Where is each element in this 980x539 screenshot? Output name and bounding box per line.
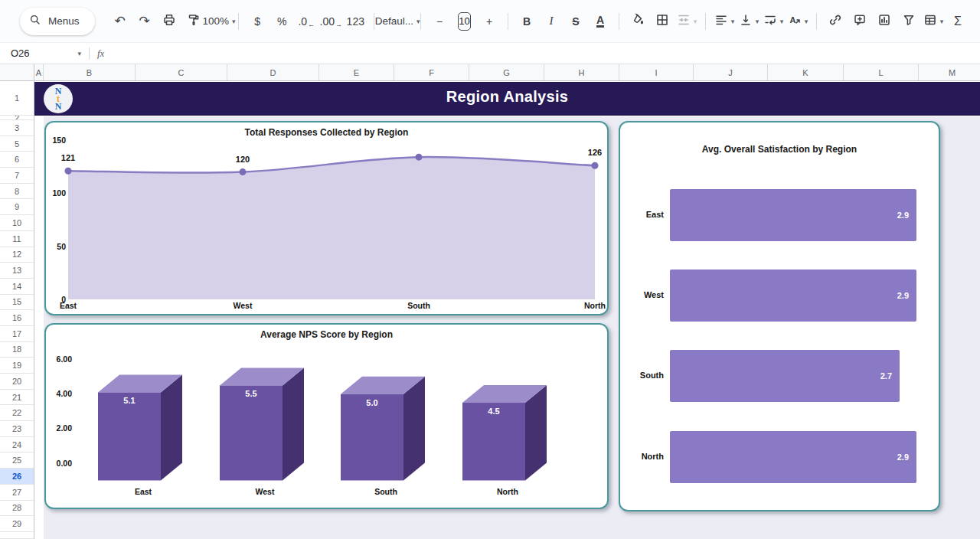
plus-icon: + — [486, 15, 492, 28]
column-header-B[interactable]: B — [44, 64, 136, 80]
y-tick-label: 150 — [52, 136, 66, 145]
row-header-5[interactable]: 5 — [0, 136, 34, 152]
column-header-G[interactable]: G — [469, 64, 544, 80]
row-header-9[interactable]: 9 — [0, 199, 34, 215]
increase-font-size-button[interactable]: + — [478, 10, 501, 33]
row-header-19[interactable]: 19 — [0, 358, 34, 374]
column-header-F[interactable]: F — [394, 64, 469, 80]
bar-south: 5.0 — [341, 377, 425, 481]
bar-south: 2.7 — [670, 350, 900, 402]
borders-button[interactable] — [651, 10, 674, 33]
column-header-K[interactable]: K — [768, 64, 844, 80]
column-header-M[interactable]: M — [919, 64, 980, 80]
column-header-H[interactable]: H — [544, 64, 619, 80]
column-header-E[interactable]: E — [319, 64, 394, 80]
insert-link-button[interactable] — [824, 10, 847, 33]
row-header-20[interactable]: 20 — [0, 374, 34, 390]
column-header-I[interactable]: I — [619, 64, 694, 80]
row-header-11[interactable]: 11 — [0, 231, 34, 247]
text-color-button[interactable]: A — [589, 10, 612, 33]
row-header-16[interactable]: 16 — [0, 310, 34, 326]
row-header-8[interactable]: 8 — [0, 184, 34, 200]
chevron-down-icon: ▾ — [780, 18, 784, 25]
category-label-west: West — [620, 290, 664, 299]
divider — [816, 13, 817, 30]
bar-west: 5.5 — [220, 368, 304, 480]
column-header-L[interactable]: L — [844, 64, 919, 80]
text-wrap-button[interactable]: ▾ — [762, 10, 785, 33]
row-header-6[interactable]: 6 — [0, 152, 34, 168]
row-header-26[interactable]: 26 — [0, 469, 34, 485]
create-filter-button[interactable] — [897, 10, 920, 33]
row-header-10[interactable]: 10 — [0, 215, 34, 231]
chart-avg-satisfaction[interactable]: Avg. Overall Satisfaction by Region East… — [619, 121, 940, 511]
horizontal-align-button[interactable]: ▾ — [713, 10, 736, 33]
row-header-23[interactable]: 23 — [0, 421, 34, 437]
number-format-button[interactable]: 123 — [344, 10, 367, 33]
redo-button[interactable]: ↷ — [133, 10, 156, 33]
font-size-button[interactable]: 10 — [452, 10, 476, 33]
decrease-decimal-button[interactable]: .0← — [295, 10, 318, 33]
row-header-12[interactable]: 12 — [0, 247, 34, 263]
spreadsheet-app: Menus↶↷100%▾$%.0←.00→123Defaul...▾−10+BI… — [0, 0, 980, 539]
format-percent-button[interactable]: % — [270, 10, 293, 33]
bar-east: 5.1 — [98, 374, 182, 480]
row-header-14[interactable]: 14 — [0, 279, 34, 295]
table-views-button[interactable]: ▾ — [922, 10, 945, 33]
row-header-21[interactable]: 21 — [0, 390, 34, 406]
chevron-down-icon[interactable]: ▾ — [77, 50, 81, 57]
increase-decimal-button[interactable]: .00→ — [319, 10, 342, 33]
row-header-1[interactable]: 1 — [0, 81, 34, 116]
column-header-A[interactable]: A — [34, 64, 44, 80]
percent-icon: % — [277, 15, 286, 28]
bold-button[interactable]: B — [515, 10, 538, 33]
row-header-28[interactable]: 28 — [0, 501, 34, 517]
row-header-27[interactable]: 27 — [0, 485, 34, 501]
print-icon — [162, 13, 176, 29]
row-header-7[interactable]: 7 — [0, 168, 34, 184]
row-header-3[interactable]: 3 — [0, 120, 34, 136]
row-header-18[interactable]: 18 — [0, 342, 34, 358]
column-header-D[interactable]: D — [227, 64, 319, 80]
print-button[interactable] — [158, 10, 181, 33]
name-box[interactable]: O26 ▾ — [11, 47, 81, 59]
fill-color-button[interactable] — [626, 10, 649, 33]
divider — [420, 13, 421, 30]
format-currency-button[interactable]: $ — [246, 10, 269, 33]
row-header-partial[interactable] — [0, 532, 34, 539]
x-axis-label-north: North — [497, 487, 518, 496]
y-tick-label: 2.00 — [57, 423, 73, 433]
font-size-input[interactable]: 10 — [458, 12, 470, 31]
row-header-22[interactable]: 22 — [0, 405, 34, 421]
chart-total-responses[interactable]: Total Responses Collected by Region 0501… — [44, 121, 609, 315]
italic-button[interactable]: I — [540, 10, 563, 33]
row-header-25[interactable]: 25 — [0, 452, 34, 469]
vertical-align-button[interactable]: ▾ — [737, 10, 760, 33]
menus-button[interactable]: Menus — [20, 8, 95, 35]
row-header-29[interactable]: 29 — [0, 516, 34, 532]
paint-format-button[interactable] — [182, 10, 205, 33]
sheet-canvas[interactable]: NtN Region Analysis Total Responses Coll… — [34, 81, 980, 539]
column-header-J[interactable]: J — [694, 64, 768, 80]
data-label: 5.0 — [366, 398, 377, 407]
undo-button[interactable]: ↶ — [109, 10, 132, 33]
row-header-13[interactable]: 13 — [0, 263, 34, 279]
select-all-corner[interactable] — [0, 64, 34, 81]
decrease-font-size-button[interactable]: − — [428, 10, 451, 33]
text-rotation-button[interactable]: A▾ — [786, 10, 809, 33]
insert-comment-button[interactable] — [848, 10, 871, 33]
zoom-select[interactable]: 100%▾ — [207, 10, 232, 33]
sheet-grid: ABCDEFGHIJKLM 12356789101112131415161718… — [0, 64, 980, 539]
chart-avg-nps[interactable]: Average NPS Score by Region 0.002.004.00… — [44, 323, 609, 509]
row-header-24[interactable]: 24 — [0, 437, 34, 453]
font-select[interactable]: Defaul...▾ — [381, 10, 413, 33]
data-point-south — [416, 154, 423, 161]
column-header-C[interactable]: C — [136, 64, 227, 80]
divider — [508, 13, 508, 30]
functions-button[interactable]: Σ — [946, 10, 969, 33]
row-header-17[interactable]: 17 — [0, 326, 34, 342]
row-header-15[interactable]: 15 — [0, 295, 34, 311]
column-headers: ABCDEFGHIJKLM — [34, 64, 980, 81]
strikethrough-button[interactable]: S — [564, 10, 587, 33]
insert-chart-button[interactable] — [873, 10, 896, 33]
